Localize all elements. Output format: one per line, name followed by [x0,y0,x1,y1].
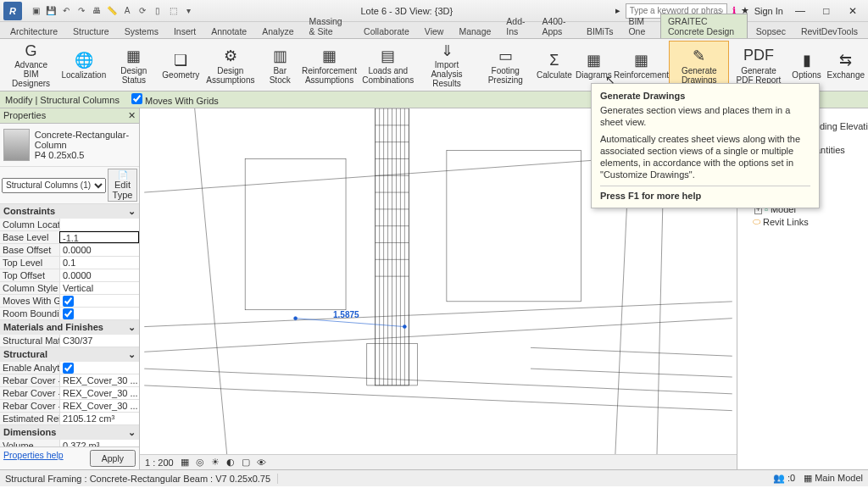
ribbon-generate-pdf-report[interactable]: PDFGenerate PDF Report [729,41,787,89]
minimize-button[interactable]: — [788,3,812,19]
ribbon-bar-stock[interactable]: ▥Bar Stock [259,41,299,89]
browser-node[interactable]: ⬭Revit Links [737,215,868,228]
type-preview-icon [3,129,30,161]
ribbon-advance-bim-designers[interactable]: GAdvance BIM Designers [2,41,60,89]
tab-view[interactable]: View [418,25,451,38]
apply-button[interactable]: Apply [90,450,136,467]
property-row[interactable]: Top Level0.1 [0,257,139,269]
ribbon-localization[interactable]: 🌐Localization [60,41,107,89]
detail-level-icon[interactable]: ▦ [181,457,189,468]
svg-line-28 [144,385,732,411]
ribbon-loads-and-combinations[interactable]: ▤Loads and Combinations [359,41,417,89]
shadows-icon[interactable]: ◐ [226,457,235,468]
edit-type-button[interactable]: 📄 Edit Type [108,169,137,202]
hide-icon[interactable]: 👁 [257,458,266,468]
ribbon-import-analysis-results[interactable]: ⇓Import Analysis Results [417,41,476,89]
property-row[interactable]: Volume0.372 m³ [0,440,139,446]
ribbon-geometry[interactable]: ❏Geometry [160,41,201,89]
tab-a400-apps[interactable]: A400-Apps [535,14,578,38]
qat-open-icon[interactable]: ▣ [29,4,42,18]
qat-save-icon[interactable]: 💾 [44,4,58,18]
property-group[interactable]: Structural⌄ [0,347,139,362]
close-button[interactable]: ✕ [841,3,865,19]
property-row[interactable]: Enable Analyti... [0,362,139,374]
ribbon-icon: ▦ [630,50,654,70]
ribbon-icon: G [19,42,43,60]
property-row[interactable]: Moves With G... [0,295,139,308]
qat-undo-icon[interactable]: ↶ [59,4,73,18]
property-group[interactable]: Materials and Finishes⌄ [0,320,139,335]
qat-more-icon[interactable]: ▾ [181,4,195,18]
ribbon-options[interactable]: ▮Options [788,41,826,89]
property-group[interactable]: Dimensions⌄ [0,425,139,440]
ribbon-exchange[interactable]: ⇆Exchange [826,41,866,89]
ribbon-calculate[interactable]: ΣCalculate [535,41,574,89]
property-row[interactable]: Base Level-1.1 [0,231,139,244]
property-row[interactable]: Column Locat... [0,219,139,231]
ribbon-reinforcement-assumptions[interactable]: ▦Reinforcement Assumptions [300,41,359,89]
tab-structure[interactable]: Structure [66,25,116,38]
tab-sopsec[interactable]: Sopsec [749,25,793,38]
tab-bimits[interactable]: BIMiTs [580,25,620,38]
main-model-select[interactable]: ▦ Main Model [804,473,863,484]
maximize-button[interactable]: □ [815,3,838,19]
qat-print-icon[interactable]: 🖶 [90,4,103,18]
tab-graitec-concrete-design[interactable]: GRAITEC Concrete Design [660,14,748,38]
moves-with-grids-checkbox[interactable]: Moves With Grids [131,93,219,106]
property-row[interactable]: Rebar Cover - ...REX_Cover_30 ... [0,374,139,387]
ribbon-icon: Σ [542,50,566,70]
property-row[interactable]: Rebar Cover - ...REX_Cover_30 ... [0,387,139,400]
ribbon-diagrams[interactable]: ▦Diagrams [574,41,614,89]
properties-close-icon[interactable]: ✕ [128,110,136,121]
type-selector[interactable]: Concrete-Rectangular-ColumnP4 0.25x0.5 [0,124,139,167]
property-row[interactable]: Room Boundi... [0,308,139,320]
properties-title: Properties [3,110,46,121]
view-scale[interactable]: 1 : 200 [145,458,174,468]
ribbon-icon: ▤ [376,46,400,66]
property-row[interactable]: Column StyleVertical [0,282,139,295]
property-row[interactable]: Estimated Rei...2105.12 cm³ [0,413,139,425]
signin-link[interactable]: Sign In [754,6,783,16]
dimension-label[interactable]: 1.5875 [333,310,359,319]
qat-sync-icon[interactable]: ⟳ [136,4,149,18]
ribbon-design-assumptions[interactable]: ⚙Design Assumptions [201,41,259,89]
tab-massing-site[interactable]: Massing & Site [303,14,356,38]
property-filter-select[interactable]: Structural Columns (1) [2,178,106,193]
qat-redo-icon[interactable]: ↷ [75,4,88,18]
ribbon-icon: PDF [747,46,771,66]
tab-insert[interactable]: Insert [167,25,203,38]
tab-systems[interactable]: Systems [118,25,165,38]
property-row[interactable]: Top Offset0.0000 [0,269,139,282]
tooltip-title: Generate Drawings [600,91,810,101]
ribbon-footing-presizing[interactable]: ▭Footing Presizing [476,41,535,89]
ribbon-icon: ⚙ [219,46,242,66]
qat-text-icon[interactable]: A [120,4,134,18]
svg-line-33 [296,319,405,327]
tab-bim-one[interactable]: BIM One [621,14,659,38]
property-row[interactable]: Base Offset0.0000 [0,244,139,257]
tab-analyze[interactable]: Analyze [255,25,300,38]
tab-collaborate[interactable]: Collaborate [357,25,416,38]
property-row[interactable]: Rebar Cover - ...REX_Cover_30 ... [0,400,139,413]
type-name: Concrete-Rectangular-Column [35,130,136,150]
sun-path-icon[interactable]: ☀ [211,457,220,468]
properties-help-link[interactable]: Properties help [3,450,64,467]
worksets-icon[interactable]: 👥 :0 [773,473,795,484]
qat-section-icon[interactable]: ▯ [151,4,164,18]
visual-style-icon[interactable]: ◎ [196,457,204,468]
tab-add-ins[interactable]: Add-Ins [499,14,533,38]
tab-architecture[interactable]: Architecture [3,25,64,38]
ribbon-generate-drawings[interactable]: ✎Generate Drawings [669,41,729,89]
qat-3d-icon[interactable]: ⬚ [166,4,180,18]
recent-files-icon[interactable]: ▸ [615,5,620,16]
property-group[interactable]: Constraints⌄ [0,204,139,219]
tab-annotate[interactable]: Annotate [204,25,253,38]
tab-revitdevtools[interactable]: RevitDevTools [794,25,865,38]
ribbon-design-status[interactable]: ▦Design Status [107,41,160,89]
ribbon-reinforcement[interactable]: ▦Reinforcement [614,41,669,89]
tab-manage[interactable]: Manage [452,25,498,38]
qat-measure-icon[interactable]: 📏 [105,4,119,18]
property-row[interactable]: Structural Mat...C30/37 [0,335,139,347]
ribbon-icon: ✎ [687,46,711,66]
crop-icon[interactable]: ▢ [242,457,250,468]
